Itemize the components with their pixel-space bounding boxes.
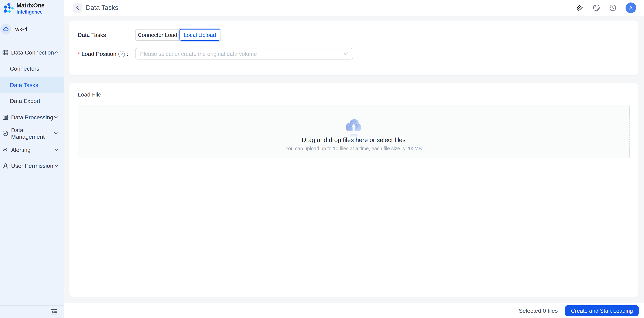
sidebar-item-label: Data Export: [10, 98, 40, 104]
avatar[interactable]: A: [626, 2, 636, 13]
required-asterisk: *: [78, 50, 80, 57]
help-icon[interactable]: ?: [118, 51, 125, 57]
create-start-loading-button[interactable]: Create and Start Loading: [565, 305, 638, 316]
data-tasks-label: Data Tasks:: [78, 32, 135, 38]
task-config-card: Data Tasks: Connector Load Local Upload …: [70, 20, 638, 75]
avatar-initial: A: [629, 5, 632, 11]
local-upload-button[interactable]: Local Upload: [180, 29, 220, 41]
workspace-name: wk-4: [15, 26, 28, 32]
select-placeholder: Please select or create the original dat…: [140, 51, 343, 57]
chevron-down-icon: [54, 132, 58, 135]
sidebar-item-alerting[interactable]: Alerting: [0, 142, 64, 158]
load-file-title: Load File: [78, 91, 630, 98]
brand-name: MatrixOne: [16, 2, 44, 8]
collapse-sidebar-icon[interactable]: [51, 309, 57, 315]
sidebar-item-label: Data Tasks: [10, 82, 38, 88]
sidebar-item-data-tasks[interactable]: Data Tasks: [0, 77, 64, 93]
chevron-down-icon: [343, 52, 348, 55]
sidebar-item-data-management[interactable]: Data Management: [0, 125, 64, 142]
chevron-down-icon: [54, 116, 58, 118]
alert-siren-icon: [2, 147, 8, 153]
data-tasks-row: Data Tasks: Connector Load Local Upload: [78, 29, 630, 41]
chevron-up-icon: [54, 51, 58, 54]
upload-cloud-icon: [344, 117, 363, 138]
sidebar-item-data-export[interactable]: Data Export: [0, 93, 64, 109]
load-file-card: Load File: [70, 83, 638, 297]
load-position-label: * Load Position ? :: [78, 50, 135, 57]
connector-load-button[interactable]: Connector Load: [135, 29, 180, 41]
back-button[interactable]: [73, 3, 82, 12]
sidebar-item-user-permission[interactable]: User Permission: [0, 158, 64, 174]
check-circle-icon: [2, 130, 8, 136]
sidebar-item-label: Connectors: [10, 65, 39, 72]
load-position-select[interactable]: Please select or create the original dat…: [135, 48, 353, 60]
sidebar: MatrixOne Intelligence wk-4 Data: [0, 0, 64, 318]
sidebar-item-connectors[interactable]: Connectors: [0, 60, 64, 77]
sidebar-item-label: Data Management: [11, 127, 54, 140]
sidebar-item-label: Alerting: [11, 146, 54, 153]
selected-files-count: Selected 0 files: [519, 307, 558, 314]
top-bar-actions: A: [575, 2, 636, 13]
page-title: Data Tasks: [86, 4, 118, 11]
sidebar-item-label: Data Processing: [11, 114, 54, 121]
task-type-toggle: Connector Load Local Upload: [135, 29, 220, 41]
matrixone-logo-icon: [3, 2, 14, 14]
table-grid-icon: [2, 49, 8, 55]
dropzone-hint: You can upload up to 10 files at a time,…: [286, 145, 422, 151]
app-root: MatrixOne Intelligence wk-4 Data: [0, 0, 644, 318]
brand-logo: MatrixOne Intelligence: [3, 2, 64, 16]
dropzone-title: Drag and drop files here or select files: [302, 136, 406, 143]
globe-icon[interactable]: [593, 4, 600, 11]
user-icon: [2, 163, 8, 169]
paperclip-icon[interactable]: [575, 4, 584, 12]
action-footer: Selected 0 files Create and Start Loadin…: [64, 303, 644, 318]
sidebar-item-data-processing[interactable]: Data Processing: [0, 109, 64, 125]
main-content: Data Tasks: Connector Load Local Upload …: [64, 15, 644, 303]
clock-icon[interactable]: [609, 4, 616, 11]
workspace-selector[interactable]: wk-4: [0, 24, 64, 34]
load-position-row: * Load Position ? : Please select or cre…: [78, 48, 630, 60]
file-dropzone[interactable]: Drag and drop files here or select files…: [78, 105, 630, 158]
chevron-down-icon: [54, 148, 58, 151]
top-bar: Data Tasks: [64, 0, 644, 15]
sidebar-footer: [0, 305, 64, 318]
brand-subtitle: Intelligence: [16, 9, 44, 14]
sidebar-item-label: Data Connection: [11, 49, 54, 56]
chevron-down-icon: [54, 165, 58, 167]
sidebar-item-label: User Permission: [11, 163, 54, 169]
sidebar-menu: Data Connection Connectors Data Tasks Da…: [0, 44, 64, 174]
list-doc-icon: [2, 114, 8, 120]
sidebar-item-data-connection[interactable]: Data Connection: [0, 44, 64, 61]
workspace-cloud-icon: [0, 24, 11, 34]
